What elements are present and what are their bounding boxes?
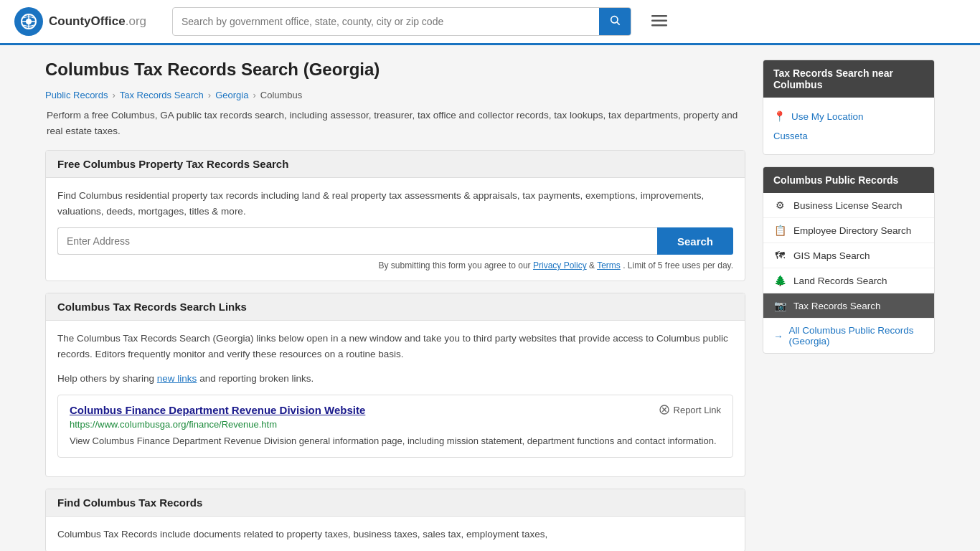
find-section-desc: Columbus Tax Records include documents r… (57, 527, 733, 542)
main-container: Columbus Tax Records Search (Georgia) Pu… (31, 45, 949, 551)
svg-rect-6 (651, 15, 667, 17)
gear-icon: ⚙ (773, 199, 786, 211)
breadcrumb-sep-1: › (112, 90, 115, 100)
intro-text: Perform a free Columbus, GA public tax r… (45, 108, 745, 138)
sidebar-use-location: 📍 Use My Location (763, 105, 934, 128)
breadcrumb-public-records[interactable]: Public Records (45, 90, 108, 100)
link-card-url: https://www.columbusga.org/finance/Reven… (70, 419, 721, 430)
location-pin-icon: 📍 (773, 110, 786, 122)
arrow-icon: → (773, 331, 783, 342)
link-card-header: Columbus Finance Department Revenue Divi… (70, 404, 721, 416)
tree-icon: 🌲 (773, 275, 786, 286)
link-card: Columbus Finance Department Revenue Divi… (57, 395, 733, 458)
sidebar-records-heading: Columbus Public Records (763, 167, 934, 193)
find-section-body: Columbus Tax Records include documents r… (46, 517, 745, 551)
breadcrumb-tax-records-search[interactable]: Tax Records Search (120, 90, 204, 100)
breadcrumb-sep-2: › (208, 90, 211, 100)
svg-rect-7 (651, 20, 667, 22)
sidebar-item-label: Employee Directory Search (793, 225, 911, 236)
property-search-section: Free Columbus Property Tax Records Searc… (45, 150, 745, 281)
breadcrumb: Public Records › Tax Records Search › Ge… (45, 90, 745, 100)
sidebar-item-label: Business License Search (793, 200, 903, 211)
svg-rect-8 (651, 24, 667, 27)
sidebar: Tax Records Search near Columbus 📍 Use M… (763, 60, 935, 551)
main-search-button[interactable] (599, 8, 631, 35)
svg-point-4 (611, 17, 618, 23)
link-card-title-link[interactable]: Columbus Finance Department Revenue Divi… (70, 404, 365, 416)
sidebar-item-business-license[interactable]: ⚙ Business License Search (763, 193, 934, 218)
breadcrumb-sep-3: › (253, 90, 255, 100)
main-search-input[interactable] (173, 10, 599, 33)
find-section: Find Columbus Tax Records Columbus Tax R… (45, 489, 745, 551)
breadcrumb-columbus: Columbus (260, 90, 303, 100)
page-title: Columbus Tax Records Search (Georgia) (45, 60, 745, 80)
logo-icon (14, 7, 43, 36)
help-text: Help others by sharing new links and rep… (57, 371, 733, 387)
link-card-desc: View Columbus Finance Department Revenue… (70, 434, 721, 448)
sidebar-item-employee-directory[interactable]: 📋 Employee Directory Search (763, 218, 934, 243)
property-search-heading: Free Columbus Property Tax Records Searc… (46, 151, 745, 178)
camera-icon: 📷 (773, 300, 786, 311)
terms-link[interactable]: Terms (597, 260, 621, 270)
address-search-button[interactable]: Search (657, 227, 733, 255)
sidebar-all-records-link[interactable]: → All Columbus Public Records (Georgia) (763, 319, 934, 353)
site-header: CountyOffice.org (0, 0, 980, 45)
main-search-bar (172, 7, 631, 36)
map-icon: 🗺 (773, 250, 786, 261)
links-section-heading: Columbus Tax Records Search Links (46, 293, 745, 321)
sidebar-nearby-body: 📍 Use My Location Cusseta (763, 98, 934, 154)
links-section-body: The Columbus Tax Records Search (Georgia… (46, 321, 745, 476)
logo-area: CountyOffice.org (14, 7, 158, 36)
links-section: Columbus Tax Records Search Links The Co… (45, 293, 745, 476)
hamburger-menu-button[interactable] (646, 9, 673, 34)
address-search-input[interactable] (57, 227, 657, 255)
breadcrumb-georgia[interactable]: Georgia (215, 90, 248, 100)
logo-text: CountyOffice.org (49, 14, 146, 29)
sidebar-item-land-records[interactable]: 🌲 Land Records Search (763, 268, 934, 293)
use-my-location-link[interactable]: Use My Location (791, 111, 864, 122)
sidebar-item-label: Tax Records Search (793, 301, 881, 311)
sidebar-item-label: Land Records Search (793, 276, 887, 286)
property-search-body: Find Columbus residential property tax r… (46, 178, 745, 281)
link-card-title: Columbus Finance Department Revenue Divi… (70, 404, 365, 416)
sidebar-nearby-heading: Tax Records Search near Columbus (763, 60, 934, 98)
links-description: The Columbus Tax Records Search (Georgia… (57, 331, 733, 362)
sidebar-records-links: ⚙ Business License Search 📋 Employee Dir… (763, 193, 934, 353)
sidebar-nearby-box: Tax Records Search near Columbus 📍 Use M… (763, 60, 935, 155)
form-note: By submitting this form you agree to our… (57, 260, 733, 270)
all-records-label: All Columbus Public Records (Georgia) (789, 325, 925, 347)
privacy-policy-link[interactable]: Privacy Policy (533, 260, 587, 270)
sidebar-item-tax-records[interactable]: 📷 Tax Records Search (763, 293, 934, 319)
new-links-link[interactable]: new links (157, 373, 197, 384)
property-search-desc: Find Columbus residential property tax r… (57, 188, 733, 219)
clipboard-icon: 📋 (773, 225, 786, 236)
sidebar-item-label: GIS Maps Search (793, 250, 870, 261)
sidebar-records-box: Columbus Public Records ⚙ Business Licen… (763, 166, 935, 354)
svg-line-5 (617, 22, 620, 25)
sidebar-item-gis-maps[interactable]: 🗺 GIS Maps Search (763, 243, 934, 268)
sidebar-nearby-cusseta[interactable]: Cusseta (763, 128, 934, 147)
property-search-row: Search (57, 227, 733, 255)
report-link-button[interactable]: Report Link (659, 404, 721, 415)
find-section-heading: Find Columbus Tax Records (46, 489, 745, 517)
content-area: Columbus Tax Records Search (Georgia) Pu… (45, 60, 745, 551)
